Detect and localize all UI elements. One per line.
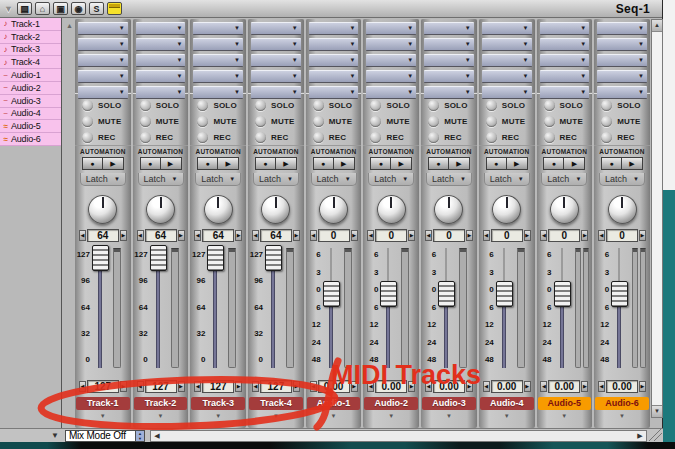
io-selector-dropdown[interactable]: ▼ [136,38,186,51]
automation-record-button[interactable]: ● [313,157,334,170]
pan-value[interactable]: 0 [433,229,465,242]
pan-decrement-icon[interactable]: ◀ [598,230,605,241]
volume-increment-icon[interactable]: ▶ [351,381,358,392]
pan-increment-icon[interactable]: ▶ [178,230,185,241]
io-selector-dropdown[interactable]: ▼ [482,22,532,35]
io-selector-dropdown[interactable]: ▼ [193,70,243,83]
io-selector-dropdown[interactable]: ▼ [540,22,590,35]
io-selector-dropdown[interactable]: ▼ [309,54,359,67]
volume-decrement-icon[interactable]: ◀ [252,381,259,392]
scroll-left-icon[interactable]: ◀ [151,431,163,441]
io-selector-dropdown[interactable]: ▼ [424,54,474,67]
rec-button[interactable]: REC [428,129,477,145]
sidebar-track-item[interactable]: ♪Track-3 [0,44,61,57]
io-selector-dropdown[interactable]: ▼ [136,86,186,99]
mix-mode-select[interactable]: Mix Mode Off ▲▼ [65,430,145,442]
solo-button[interactable]: SOLO [313,97,362,113]
pan-decrement-icon[interactable]: ◀ [310,230,317,241]
automation-mode-select[interactable]: Latch▼ [368,173,414,186]
io-selector-dropdown[interactable]: ▼ [540,38,590,51]
pan-value[interactable]: 0 [548,229,580,242]
io-selector-dropdown[interactable]: ▼ [309,38,359,51]
automation-record-button[interactable]: ● [601,157,622,170]
volume-increment-icon[interactable]: ▶ [235,381,242,392]
io-selector-dropdown[interactable]: ▼ [482,54,532,67]
volume-decrement-icon[interactable]: ◀ [194,381,201,392]
pan-increment-icon[interactable]: ▶ [408,230,415,241]
io-selector-dropdown[interactable]: ▼ [309,70,359,83]
volume-value[interactable]: 127 [202,380,234,393]
mute-button[interactable]: MUTE [197,113,246,129]
volume-value[interactable]: 0.00 [548,380,580,393]
mute-button[interactable]: MUTE [313,113,362,129]
volume-decrement-icon[interactable]: ◀ [137,381,144,392]
io-selector-dropdown[interactable]: ▼ [540,70,590,83]
volume-increment-icon[interactable]: ▶ [639,381,646,392]
automation-mode-select[interactable]: Latch▼ [426,173,472,186]
volume-decrement-icon[interactable]: ◀ [483,381,490,392]
fader-handle[interactable] [92,245,109,271]
strip-menu-triangle-icon[interactable]: ▼ [363,410,419,422]
strip-menu-triangle-icon[interactable]: ▼ [133,410,189,422]
pan-knob[interactable] [204,195,233,224]
automation-play-button[interactable]: ▶ [507,157,528,170]
pan-increment-icon[interactable]: ▶ [639,230,646,241]
strip-menu-triangle-icon[interactable]: ▼ [537,410,593,422]
volume-decrement-icon[interactable]: ◀ [540,381,547,392]
io-selector-dropdown[interactable]: ▼ [597,54,647,67]
solo-button[interactable]: SOLO [82,97,131,113]
pan-increment-icon[interactable]: ▶ [466,230,473,241]
fader-handle[interactable] [611,281,628,307]
sidebar-track-item[interactable]: ♪Track-2 [0,31,61,44]
scroll-down-icon[interactable]: ▼ [652,405,662,417]
volume-value[interactable]: 127 [260,380,292,393]
strip-menu-triangle-icon[interactable]: ▼ [479,410,535,422]
pan-increment-icon[interactable]: ▶ [293,230,300,241]
io-selector-dropdown[interactable]: ▼ [366,38,416,51]
strip-menu-triangle-icon[interactable]: ▼ [594,410,650,422]
automation-play-button[interactable]: ▶ [449,157,470,170]
rec-button[interactable]: REC [140,129,189,145]
scroll-right-icon[interactable]: ▶ [634,431,646,441]
solo-button[interactable]: SOLO [544,97,593,113]
fader-handle[interactable] [150,245,167,271]
volume-decrement-icon[interactable]: ◀ [598,381,605,392]
io-selector-dropdown[interactable]: ▼ [193,54,243,67]
sidebar-track-item[interactable]: ~Audio-3 [0,95,61,108]
pan-knob[interactable] [550,195,579,224]
track-name-label[interactable]: Audio-6 [595,397,649,410]
pan-value[interactable]: 0 [491,229,523,242]
io-selector-dropdown[interactable]: ▼ [251,54,301,67]
volume-decrement-icon[interactable]: ◀ [310,381,317,392]
fader-handle[interactable] [554,281,571,307]
automation-play-button[interactable]: ▶ [622,157,643,170]
mute-button[interactable]: MUTE [370,113,419,129]
io-selector-dropdown[interactable]: ▼ [424,38,474,51]
horizontal-scrollbar[interactable]: ◀ ▶ [150,430,647,442]
pan-increment-icon[interactable]: ▶ [351,230,358,241]
io-selector-dropdown[interactable]: ▼ [597,22,647,35]
fader-handle[interactable] [207,245,224,271]
pan-decrement-icon[interactable]: ◀ [194,230,201,241]
io-selector-dropdown[interactable]: ▼ [482,70,532,83]
io-selector-dropdown[interactable]: ▼ [309,22,359,35]
automation-play-button[interactable]: ▶ [103,157,124,170]
track-name-label[interactable]: Track-2 [134,397,188,410]
sidebar-track-item[interactable]: ≈Audio-5 [0,120,61,133]
pan-knob[interactable] [434,195,463,224]
volume-increment-icon[interactable]: ▶ [524,381,531,392]
sidebar-track-item[interactable]: ≈Audio-6 [0,133,61,146]
mute-button[interactable]: MUTE [82,113,131,129]
pan-value[interactable]: 0 [606,229,638,242]
pan-increment-icon[interactable]: ▶ [120,230,127,241]
fader-handle[interactable] [496,281,513,307]
io-selector-dropdown[interactable]: ▼ [78,22,128,35]
solo-button[interactable]: SOLO [370,97,419,113]
pan-decrement-icon[interactable]: ◀ [79,230,86,241]
solo-button[interactable]: SOLO [486,97,535,113]
window-resize-grip[interactable] [649,429,662,441]
pan-decrement-icon[interactable]: ◀ [367,230,374,241]
fader-handle[interactable] [265,245,282,271]
track-name-label[interactable]: Audio-1 [307,397,361,410]
io-selector-dropdown[interactable]: ▼ [78,38,128,51]
